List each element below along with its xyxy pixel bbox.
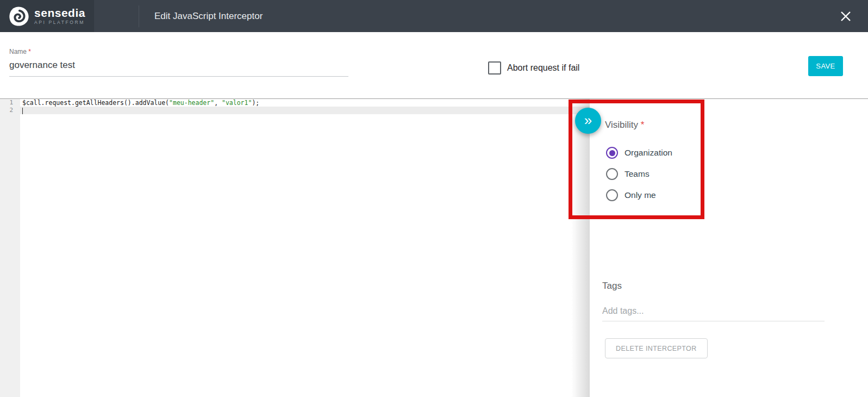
- save-button[interactable]: SAVE: [808, 56, 843, 76]
- radio-circle: [606, 168, 618, 180]
- brand-text: sensedia API PLATFORM: [34, 7, 85, 25]
- header-divider: [139, 5, 139, 27]
- close-button[interactable]: [839, 9, 853, 23]
- collapse-panel-button[interactable]: »: [575, 108, 601, 134]
- text-cursor: [22, 108, 23, 114]
- code-text: $call.request.getAllHeaders().addValue("…: [20, 99, 590, 107]
- radio-circle: [606, 147, 618, 159]
- radio-organization[interactable]: Organization: [606, 147, 672, 159]
- header-bar: sensedia API PLATFORM Edit JavaScript In…: [0, 0, 868, 32]
- abort-request-group: Abort request if fail: [488, 61, 579, 75]
- content-area: 1 $call.request.getAllHeaders().addValue…: [0, 98, 868, 397]
- double-chevron-right-icon: »: [575, 108, 601, 133]
- required-asterisk: *: [641, 120, 645, 130]
- page-title: Edit JavaScript Interceptor: [154, 11, 263, 22]
- code-line-2[interactable]: 2: [0, 107, 590, 114]
- brand-tagline: API PLATFORM: [34, 20, 85, 25]
- sensedia-logo-icon: [9, 6, 29, 27]
- radio-circle: [606, 189, 618, 201]
- radio-teams[interactable]: Teams: [606, 168, 650, 180]
- visibility-label: Visibility *: [605, 120, 644, 131]
- code-line-1[interactable]: 1 $call.request.getAllHeaders().addValue…: [0, 99, 590, 107]
- line-number: 2: [0, 107, 20, 114]
- tags-input[interactable]: [602, 301, 825, 321]
- line-number: 1: [0, 99, 20, 107]
- abort-request-checkbox[interactable]: [488, 61, 501, 75]
- edit-javascript-interceptor-dialog: sensedia API PLATFORM Edit JavaScript In…: [0, 0, 868, 397]
- delete-interceptor-button[interactable]: DELETE INTERCEPTOR: [605, 338, 708, 358]
- required-asterisk: *: [28, 48, 31, 55]
- settings-side-panel: Visibility * Organization Teams Only me …: [590, 99, 868, 397]
- code-text: [20, 107, 590, 114]
- editor-gutter: [0, 99, 20, 397]
- radio-label: Organization: [625, 148, 672, 158]
- radio-label: Teams: [625, 169, 650, 179]
- radio-label: Only me: [625, 190, 656, 200]
- abort-request-label: Abort request if fail: [507, 63, 579, 73]
- brand-logo-block: sensedia API PLATFORM: [0, 0, 94, 32]
- panel-edge-shadow: [571, 99, 590, 397]
- code-editor[interactable]: 1 $call.request.getAllHeaders().addValue…: [0, 99, 590, 397]
- tags-label: Tags: [602, 281, 622, 291]
- radio-only-me[interactable]: Only me: [606, 189, 656, 201]
- name-field-group: Name *: [9, 48, 348, 77]
- name-label: Name *: [9, 48, 348, 55]
- brand-name: sensedia: [34, 7, 85, 18]
- close-icon: [839, 10, 852, 23]
- name-input[interactable]: [9, 57, 348, 77]
